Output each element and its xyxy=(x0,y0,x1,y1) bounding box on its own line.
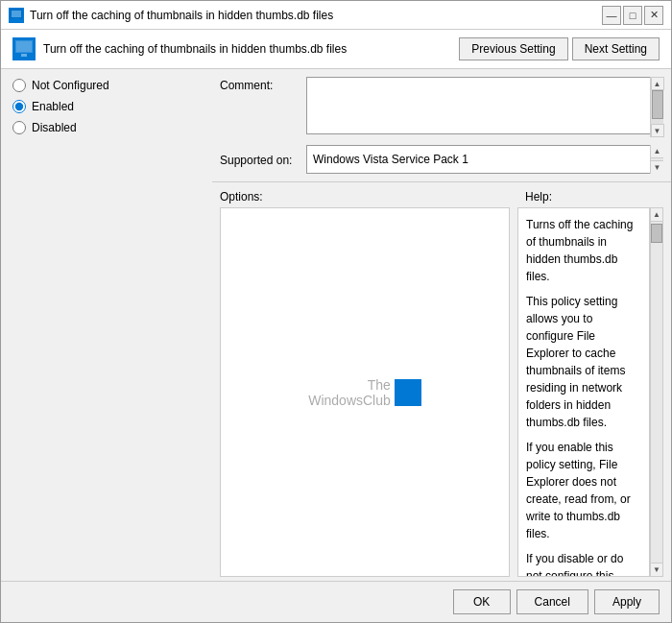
help-scroll-track xyxy=(651,222,662,563)
help-section: Turns off the caching of thumbnails in h… xyxy=(510,207,663,577)
enabled-option[interactable]: Enabled xyxy=(12,100,201,113)
apply-button[interactable]: Apply xyxy=(594,589,660,614)
previous-setting-button[interactable]: Previous Setting xyxy=(459,37,567,60)
supported-scroll-up[interactable]: ▲ xyxy=(651,145,663,158)
scroll-down-arrow[interactable]: ▼ xyxy=(651,124,664,137)
not-configured-option[interactable]: Not Configured xyxy=(12,79,201,92)
supported-value: Windows Vista Service Pack 1 xyxy=(306,145,663,174)
watermark: The WindowsClub xyxy=(308,377,421,408)
title-controls: — □ ✕ xyxy=(602,6,663,25)
options-box: The WindowsClub xyxy=(220,207,510,577)
footer: OK Cancel Apply xyxy=(1,581,671,622)
close-button[interactable]: ✕ xyxy=(644,6,663,25)
help-para-4: If you disable or do not configure this … xyxy=(526,550,641,577)
panels-row: The WindowsClub Turns off the caching of… xyxy=(212,204,671,581)
svg-rect-2 xyxy=(13,18,19,20)
svg-rect-5 xyxy=(16,41,32,52)
header-nav-buttons: Previous Setting Next Setting xyxy=(459,37,660,60)
help-box-container: Turns off the caching of thumbnails in h… xyxy=(517,207,663,577)
help-scroll-thumb[interactable] xyxy=(651,224,662,243)
watermark-line1: The xyxy=(308,377,391,393)
left-column: Not Configured Enabled Disabled xyxy=(1,69,212,581)
maximize-button[interactable]: □ xyxy=(623,6,642,25)
title-bar-left: Turn off the caching of thumbnails in hi… xyxy=(9,8,333,23)
watermark-icon xyxy=(395,379,421,406)
next-setting-button[interactable]: Next Setting xyxy=(572,37,660,60)
window-icon xyxy=(9,8,24,23)
not-configured-radio[interactable] xyxy=(12,79,26,92)
supported-row: Supported on: Windows Vista Service Pack… xyxy=(212,141,671,178)
header-policy-icon xyxy=(12,37,36,60)
section-labels-row: Options: Help: xyxy=(212,186,671,204)
help-scroll-up[interactable]: ▲ xyxy=(651,208,662,222)
disabled-label: Disabled xyxy=(32,121,77,134)
header-title: Turn off the caching of thumbnails in hi… xyxy=(43,42,347,56)
divider xyxy=(212,181,671,182)
supported-scroll-down[interactable]: ▼ xyxy=(651,160,663,174)
scroll-thumb[interactable] xyxy=(652,90,663,119)
right-column: Comment: ▲ ▼ Supported on: Windows xyxy=(212,69,671,581)
comment-input[interactable] xyxy=(306,77,663,134)
header-bar: Turn off the caching of thumbnails in hi… xyxy=(1,30,671,69)
supported-field-container: Windows Vista Service Pack 1 ▲ ▼ xyxy=(306,145,663,174)
help-para-2: This policy setting allows you to config… xyxy=(526,293,641,431)
comment-row: Comment: ▲ ▼ xyxy=(212,69,671,141)
comment-label: Comment: xyxy=(220,77,306,92)
help-scrollbar: ▲ ▼ xyxy=(650,207,663,577)
disabled-radio[interactable] xyxy=(12,121,26,134)
help-scroll-down[interactable]: ▼ xyxy=(651,563,662,576)
help-para-3: If you enable this policy setting, File … xyxy=(526,439,641,542)
supported-scrollbar: ▲ ▼ xyxy=(650,145,663,174)
help-section-header-container: Help: xyxy=(517,190,663,204)
svg-rect-1 xyxy=(12,11,21,17)
comment-field-container: ▲ ▼ xyxy=(306,77,663,137)
comment-scrollbar[interactable]: ▲ ▼ xyxy=(650,77,663,137)
header-left: Turn off the caching of thumbnails in hi… xyxy=(12,37,347,60)
cancel-button[interactable]: Cancel xyxy=(516,589,588,614)
scroll-up-arrow[interactable]: ▲ xyxy=(651,77,664,90)
svg-rect-6 xyxy=(21,54,27,57)
window-title: Turn off the caching of thumbnails in hi… xyxy=(30,9,333,22)
help-section-header: Help: xyxy=(525,190,552,204)
title-bar: Turn off the caching of thumbnails in hi… xyxy=(1,1,671,30)
enabled-label: Enabled xyxy=(32,100,74,113)
disabled-option[interactable]: Disabled xyxy=(12,121,201,134)
watermark-line2: WindowsClub xyxy=(308,393,391,408)
minimize-button[interactable]: — xyxy=(602,6,621,25)
not-configured-label: Not Configured xyxy=(32,79,109,92)
options-section-header: Options: xyxy=(220,190,263,204)
scroll-track xyxy=(651,90,663,124)
help-box: Turns off the caching of thumbnails in h… xyxy=(517,207,650,577)
supported-label: Supported on: xyxy=(220,152,306,167)
main-window: Turn off the caching of thumbnails in hi… xyxy=(0,0,672,623)
options-section-header-container: Options: xyxy=(220,190,517,204)
radio-group: Not Configured Enabled Disabled xyxy=(12,79,201,134)
help-para-1: Turns off the caching of thumbnails in h… xyxy=(526,216,641,285)
main-content: Not Configured Enabled Disabled Comment: xyxy=(1,69,671,581)
watermark-text-container: The WindowsClub xyxy=(308,377,391,408)
enabled-radio[interactable] xyxy=(12,100,26,113)
ok-button[interactable]: OK xyxy=(453,589,511,614)
